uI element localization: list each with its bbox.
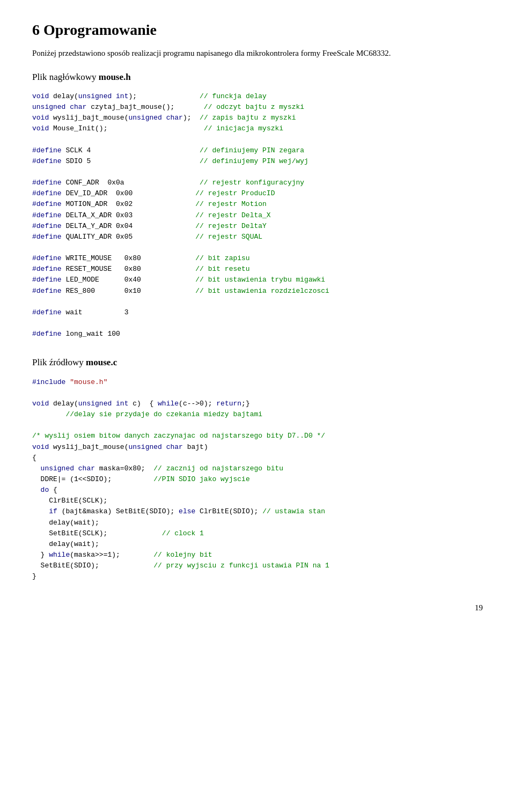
code-define-longwait: #define long_wait 100	[32, 330, 120, 338]
code-define-wait: #define wait 3	[32, 308, 128, 316]
source-brace-open: {	[32, 454, 36, 462]
source-wyslij-decl: void wyslij_bajt_mouse(unsigned char baj…	[32, 443, 208, 451]
code-define-led: #define LED_MODE 0x40 // bit ustawienia …	[32, 276, 325, 284]
code-void-init: void Mouse_Init(); // inicjacja myszki	[32, 124, 283, 132]
code-define-conf: #define CONF_ADR 0x0a // rejestr konfigu…	[32, 179, 304, 187]
source-delay-wait2: delay(wait);	[32, 540, 99, 548]
source-do-open: do {	[32, 486, 57, 494]
code-void-wyslij: void wyslij_bajt_mouse(unsigned char); /…	[32, 114, 296, 122]
source-clrbit-sclk: ClrBitE(SCLK);	[32, 497, 107, 505]
code-define-deltax: #define DELTA_X_ADR 0x03 // rejestr Delt…	[32, 211, 271, 219]
source-code-block: #include "mouse.h" void delay(unsigned i…	[32, 377, 483, 582]
code-define-write: #define WRITE_MOUSE 0x80 // bit zapisu	[32, 254, 250, 262]
header-file-label: Plik nagłówkowy mouse.h	[32, 70, 483, 84]
source-brace-close: }	[32, 572, 36, 580]
source-delay-func: void delay(unsigned int c) { while(c-->0…	[32, 400, 250, 408]
source-delay-wait1: delay(wait);	[32, 519, 99, 527]
code-define-reset: #define RESET_MOUSE 0x80 // bit resetu	[32, 265, 250, 273]
header-file-name: mouse.h	[99, 72, 131, 82]
intro-paragraph: Poniżej przedstawiono sposób realizacji …	[32, 47, 483, 60]
header-code-block: void delay(unsigned int); // funckja del…	[32, 91, 483, 339]
code-unsigned-czytaj: unsigned char czytaj_bajt_mouse(); // od…	[32, 103, 304, 111]
source-block-comment: /* wyslij osiem bitow danych zaczynajac …	[32, 432, 325, 440]
source-include: #include "mouse.h"	[32, 378, 107, 386]
code-define-sclk: #define SCLK 4 // definiujemy PIN zegara	[32, 146, 304, 154]
source-while-maska: } while(maska>>=1); // kolejny bit	[32, 551, 212, 559]
code-define-deltay: #define DELTA_Y_ADR 0x04 // rejestr Delt…	[32, 222, 267, 230]
source-file-label: Plik źródłowy mouse.c	[32, 356, 483, 370]
source-ddre: DDRE|= (1<<SDIO); //PIN SDIO jako wyjsci…	[32, 475, 250, 483]
chapter-heading: 6 Oprogramowanie	[32, 21, 483, 39]
source-if-bajt: if (bajt&maska) SetBitE(SDIO); else ClrB…	[32, 507, 325, 515]
page-number: 19	[32, 603, 483, 612]
header-file-label-text: Plik nagłówkowy	[32, 72, 99, 82]
code-define-motion: #define MOTION_ADR 0x02 // rejestr Motio…	[32, 200, 267, 208]
source-setbit-sdio: SetBitE(SDIO); // przy wyjsciu z funkcji…	[32, 562, 329, 570]
source-file-name: mouse.c	[86, 357, 117, 367]
code-define-sdio: #define SDIO 5 // definiujemy PIN wej/wy…	[32, 157, 308, 165]
source-file-label-text: Plik źródłowy	[32, 357, 86, 367]
code-define-devid: #define DEV_ID_ADR 0x00 // rejestr Produ…	[32, 189, 275, 197]
code-define-res: #define RES_800 0x10 // bit ustawienia r…	[32, 287, 329, 295]
code-void-delay: void delay(unsigned int); // funckja del…	[32, 92, 267, 100]
source-setbit-sclk: SetBitE(SCLK); // clock 1	[32, 529, 204, 537]
code-define-quality: #define QUALITY_ADR 0x05 // rejestr SQUA…	[32, 233, 262, 241]
source-maska-decl: unsigned char maska=0x80; // zacznij od …	[32, 464, 283, 473]
source-delay-comment: //delay sie przydaje do czekania miedzy …	[32, 410, 262, 418]
